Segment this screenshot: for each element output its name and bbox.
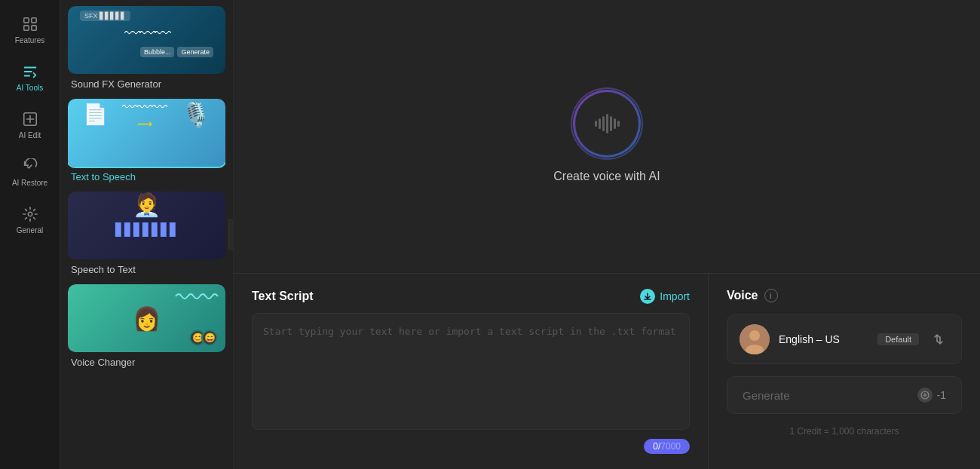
preview-area: Create voice with AI xyxy=(234,0,980,273)
main-area: Create voice with AI Text Script Import xyxy=(234,0,980,469)
generate-label: Generate xyxy=(743,389,790,402)
voice-info-icon[interactable]: i xyxy=(764,289,778,302)
generate-button[interactable]: Generate -1 xyxy=(727,376,962,414)
voice-selector[interactable]: English – US Default xyxy=(727,314,962,364)
vc-faces: 😊 😄 xyxy=(189,330,218,346)
sidebar-item-general-label: General xyxy=(17,226,44,234)
tts-wave-icon: 〰〰〰 xyxy=(122,99,167,116)
current-chars: 0 xyxy=(653,441,658,452)
tts-mic-icon: 🎙️ xyxy=(181,100,211,129)
sidebar-item-ai-tools[interactable]: AI Tools xyxy=(3,57,57,98)
tool-vc-label: Voice Changer xyxy=(68,352,225,371)
import-button[interactable]: Import xyxy=(640,289,690,304)
tool-panel: SFX ▋▋▋▋▋ 〰〰〰 Bubble... Generate Sound F… xyxy=(60,0,234,469)
sidebar: Features AI Tools AI Edit AI Res xyxy=(0,0,60,469)
ai-restore-icon xyxy=(21,158,39,176)
credit-cost: -1 xyxy=(917,388,946,403)
char-counter: 0/7000 xyxy=(252,439,690,454)
svg-rect-1 xyxy=(31,18,35,23)
tts-doc-icon: 📄 xyxy=(82,102,109,127)
waveform-visual xyxy=(595,112,620,135)
features-icon xyxy=(21,15,39,33)
sidebar-item-ai-restore-label: AI Restore xyxy=(12,179,47,187)
counter-badge: 0/7000 xyxy=(644,439,690,454)
voice-orb xyxy=(573,90,641,158)
ai-edit-icon xyxy=(21,110,39,128)
max-chars: 7000 xyxy=(660,441,681,452)
svg-rect-3 xyxy=(31,26,35,30)
sidebar-item-features-label: Features xyxy=(15,36,44,44)
voice-title-row: Voice i xyxy=(727,289,962,302)
credit-icon xyxy=(917,388,933,403)
ai-tools-icon xyxy=(21,63,39,81)
script-header: Text Script Import xyxy=(252,289,690,304)
svg-point-5 xyxy=(28,212,32,216)
general-icon xyxy=(21,205,39,223)
script-textarea[interactable] xyxy=(252,313,690,430)
script-title: Text Script xyxy=(252,290,314,303)
stt-person-icon: 🧑‍💼 xyxy=(133,192,161,218)
tool-card-stt[interactable]: 🧑‍💼 ▋▋▋▋▋▋▋ Speech to Text xyxy=(68,192,225,278)
tool-tts-label: Text to Speech xyxy=(68,167,225,185)
sidebar-item-ai-tools-label: AI Tools xyxy=(17,84,43,92)
voice-section-title: Voice xyxy=(727,289,758,302)
sidebar-item-features[interactable]: Features xyxy=(3,9,57,51)
swap-icon[interactable] xyxy=(928,329,949,350)
vc-person-icon: 👩 xyxy=(133,305,161,332)
voice-avatar xyxy=(740,324,770,354)
svg-rect-0 xyxy=(23,18,28,23)
import-icon xyxy=(640,289,655,304)
sidebar-item-ai-edit-label: AI Edit xyxy=(19,131,41,139)
credit-info: 1 Credit = 1,000 characters xyxy=(727,426,962,437)
sidebar-item-ai-edit[interactable]: AI Edit xyxy=(3,104,57,146)
create-voice-label: Create voice with AI xyxy=(553,170,660,183)
sidebar-item-ai-restore[interactable]: AI Restore xyxy=(3,152,57,193)
voice-name: English – US xyxy=(779,333,868,345)
panel-collapse-button[interactable] xyxy=(228,219,234,250)
tool-card-tts[interactable]: 📄 〰〰〰 ⟿ 🎙️ Text to Speech xyxy=(68,99,225,185)
svg-point-7 xyxy=(749,330,760,341)
tool-stt-label: Speech to Text xyxy=(68,259,225,278)
svg-rect-2 xyxy=(23,26,28,30)
sidebar-item-general[interactable]: General xyxy=(3,199,57,241)
default-badge: Default xyxy=(877,333,919,345)
credit-cost-value: -1 xyxy=(937,389,946,401)
vc-wave-icon xyxy=(174,290,219,305)
script-section: Text Script Import 0/7000 xyxy=(234,274,709,469)
tool-card-vc[interactable]: 👩 😊 😄 Voice Changer xyxy=(68,284,225,371)
import-label: Import xyxy=(660,290,690,302)
bottom-panel: Text Script Import 0/7000 xyxy=(234,273,980,469)
tool-card-sfx[interactable]: SFX ▋▋▋▋▋ 〰〰〰 Bubble... Generate Sound F… xyxy=(68,6,225,93)
tool-sfx-label: Sound FX Generator xyxy=(68,74,225,93)
stt-wave-icon: ▋▋▋▋▋▋▋ xyxy=(115,222,179,237)
voice-section: Voice i English – US Default xyxy=(709,274,980,469)
